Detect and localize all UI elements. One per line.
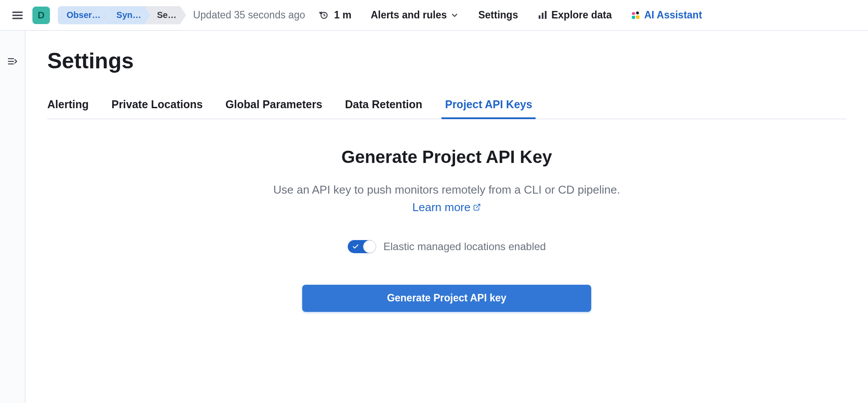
clock-refresh-icon <box>318 10 329 21</box>
space-avatar[interactable]: D <box>32 7 50 24</box>
top-bar: D Obser… Syn… Se… Updated 35 seconds ago… <box>0 0 868 31</box>
svg-line-14 <box>476 205 480 208</box>
elastic-locations-toggle[interactable] <box>348 240 376 253</box>
space-letter: D <box>38 10 45 21</box>
tab-private-locations[interactable]: Private Locations <box>111 95 202 119</box>
expand-sidebar-icon[interactable] <box>7 57 18 403</box>
refresh-interval-value: 1 m <box>334 9 352 21</box>
chevron-down-icon <box>450 11 459 20</box>
breadcrumbs: Obser… Syn… Se… <box>58 6 186 25</box>
breadcrumb-settings[interactable]: Se… <box>145 6 186 25</box>
refresh-interval[interactable]: 1 m <box>318 9 352 21</box>
tab-project-api-keys[interactable]: Project API Keys <box>445 95 532 119</box>
page-title: Settings <box>47 48 846 74</box>
external-link-icon <box>473 203 481 211</box>
svg-rect-5 <box>542 13 543 19</box>
tab-global-parameters[interactable]: Global Parameters <box>226 95 322 119</box>
svg-rect-10 <box>636 15 639 19</box>
updated-timestamp: Updated 35 seconds ago <box>193 9 305 21</box>
collapsed-sidebar <box>0 31 25 403</box>
check-icon <box>352 243 359 250</box>
svg-rect-7 <box>632 12 635 14</box>
nav-explore-data[interactable]: Explore data <box>537 9 612 21</box>
main-content: Settings Alerting Private Locations Glob… <box>25 31 868 403</box>
svg-rect-6 <box>545 11 547 19</box>
ai-assistant-icon <box>631 11 641 20</box>
api-key-section: Generate Project API Key Use an API key … <box>263 147 631 312</box>
learn-more-link[interactable]: Learn more <box>413 198 481 216</box>
section-description: Use an API key to push monitors remotely… <box>263 181 631 216</box>
bar-chart-icon <box>537 10 548 21</box>
hamburger-menu-icon[interactable] <box>11 8 25 22</box>
generate-api-key-button[interactable]: Generate Project API key <box>302 285 591 312</box>
nav-settings[interactable]: Settings <box>478 9 518 21</box>
svg-point-8 <box>636 11 639 14</box>
svg-rect-4 <box>539 15 540 19</box>
toggle-knob <box>363 240 376 253</box>
nav-alerts-rules[interactable]: Alerts and rules <box>370 9 459 21</box>
tab-data-retention[interactable]: Data Retention <box>345 95 422 119</box>
breadcrumb-synthetics[interactable]: Syn… <box>104 6 151 25</box>
section-heading: Generate Project API Key <box>263 147 631 167</box>
nav-ai-assistant[interactable]: AI Assistant <box>631 9 702 21</box>
breadcrumb-observability[interactable]: Obser… <box>58 6 110 25</box>
toggle-label: Elastic managed locations enabled <box>384 240 546 253</box>
main-layout: Settings Alerting Private Locations Glob… <box>0 31 868 403</box>
settings-tabs: Alerting Private Locations Global Parame… <box>47 95 846 119</box>
tab-alerting[interactable]: Alerting <box>47 95 88 119</box>
toggle-row: Elastic managed locations enabled <box>263 240 631 253</box>
svg-rect-9 <box>632 15 635 18</box>
